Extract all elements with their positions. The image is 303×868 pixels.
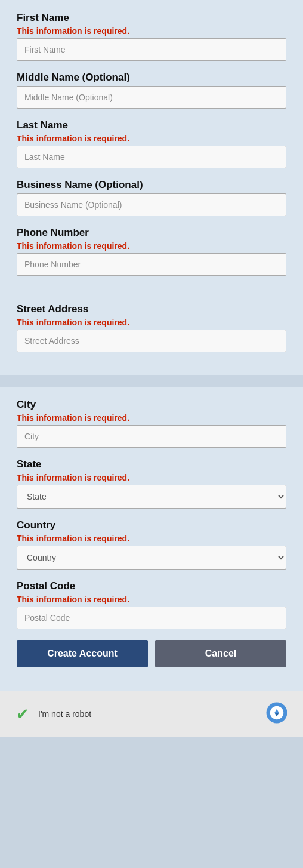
business-name-group: Business Name (Optional): [17, 179, 286, 216]
country-group: Country This information is required. Co…: [17, 519, 286, 570]
business-name-input[interactable]: [17, 193, 286, 216]
state-error: This information is required.: [17, 473, 286, 482]
captcha-checkmark-icon: ✔: [14, 706, 31, 722]
city-error: This information is required.: [17, 413, 286, 423]
middle-name-input[interactable]: [17, 86, 286, 109]
captcha-left: ✔ I'm not a robot: [14, 706, 91, 722]
state-label: State: [17, 458, 286, 470]
state-group: State This information is required. Stat…: [17, 458, 286, 509]
street-address-error: This information is required.: [17, 318, 286, 327]
postal-code-label: Postal Code: [17, 580, 286, 592]
postal-code-error: This information is required.: [17, 595, 286, 604]
street-address-label: Street Address: [17, 303, 286, 315]
street-address-group: Street Address This information is requi…: [17, 303, 286, 352]
create-account-button[interactable]: Create Account: [17, 640, 148, 667]
last-name-label: Last Name: [17, 119, 286, 131]
phone-number-label: Phone Number: [17, 227, 286, 239]
recaptcha-logo: [265, 701, 289, 727]
business-name-label: Business Name (Optional): [17, 179, 286, 191]
street-address-input[interactable]: [17, 330, 286, 352]
country-label: Country: [17, 519, 286, 531]
first-name-group: First Name This information is required.: [17, 12, 286, 61]
middle-name-group: Middle Name (Optional): [17, 72, 286, 109]
first-name-error: This information is required.: [17, 26, 286, 36]
phone-number-error: This information is required.: [17, 241, 286, 251]
form-buttons: Create Account Cancel: [17, 640, 286, 667]
last-name-group: Last Name This information is required.: [17, 119, 286, 168]
city-input[interactable]: [17, 425, 286, 448]
state-select[interactable]: State: [17, 485, 286, 509]
first-name-label: First Name: [17, 12, 286, 24]
last-name-input[interactable]: [17, 146, 286, 168]
city-label: City: [17, 399, 286, 411]
first-name-input[interactable]: [17, 38, 286, 61]
last-name-error: This information is required.: [17, 134, 286, 143]
phone-number-group: Phone Number This information is require…: [17, 227, 286, 276]
phone-number-input[interactable]: [17, 253, 286, 276]
cancel-button[interactable]: Cancel: [155, 640, 286, 667]
city-group: City This information is required.: [17, 399, 286, 448]
captcha-label: I'm not a robot: [38, 709, 91, 719]
captcha-bar: ✔ I'm not a robot: [0, 691, 303, 737]
country-select[interactable]: Country: [17, 546, 286, 570]
postal-code-group: Postal Code This information is required…: [17, 580, 286, 629]
postal-code-input[interactable]: [17, 607, 286, 629]
middle-name-label: Middle Name (Optional): [17, 72, 286, 84]
country-error: This information is required.: [17, 534, 286, 543]
